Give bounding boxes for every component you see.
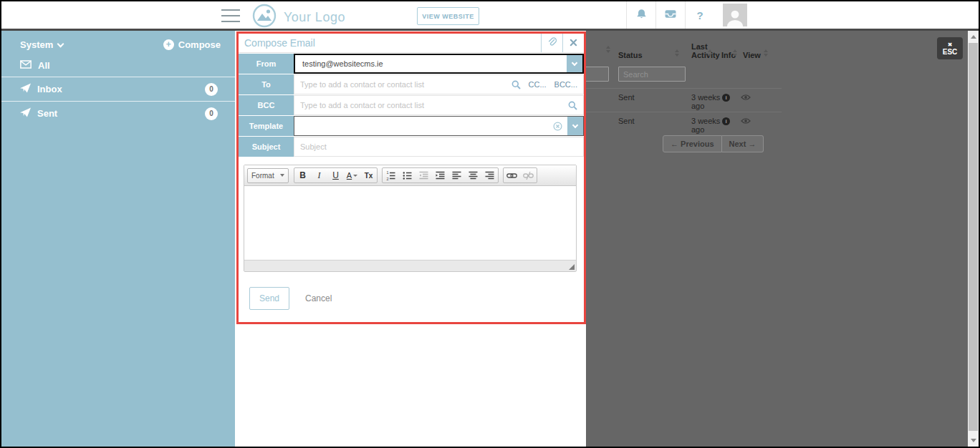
remove-link-button[interactable] [520,168,537,182]
sidebar-item-all[interactable]: All [1,54,235,77]
from-label: From [239,54,294,74]
logo-image-icon [252,4,277,31]
column-header-view[interactable]: View [743,51,761,59]
bcc-input[interactable] [300,101,561,109]
mail-sidebar: System Compose All Inb [1,31,235,447]
search-contacts-icon[interactable] [511,80,521,89]
to-row: To CC... BCC... [239,74,584,94]
eye-icon[interactable] [741,117,751,126]
header-icon-bar: ? [626,1,747,29]
table-row[interactable]: Sent 3 weeks ago [586,112,782,135]
plus-icon [163,39,174,50]
numbered-list-button[interactable]: 12 [383,168,399,182]
bold-button[interactable]: B [294,168,311,182]
info-icon[interactable] [722,94,730,102]
sort-arrows-icon[interactable] [708,49,712,57]
folder-label: All [38,60,50,71]
next-page-button[interactable]: Next → [722,135,764,152]
help-button[interactable]: ? [685,1,714,29]
paperclip-icon [547,36,557,49]
sort-arrows-icon[interactable] [764,49,768,57]
status-filter-input[interactable] [618,67,686,82]
bcc-row: BCC [239,95,584,115]
esc-button[interactable]: ✖ ESC [937,37,963,59]
subject-input[interactable] [300,142,577,151]
close-icon [570,36,577,49]
close-modal-button[interactable] [562,34,584,52]
text-color-button[interactable]: A [344,168,360,182]
template-dropdown-button[interactable] [567,117,583,135]
attach-file-button[interactable] [541,34,562,52]
from-value: testing@websitecms.ie [295,55,567,72]
scrollbar-thumb[interactable] [969,43,978,431]
editor-body[interactable] [244,186,576,260]
search-contacts-icon[interactable] [568,101,577,110]
hamburger-menu-icon[interactable] [221,9,240,22]
vertical-scrollbar [968,31,979,447]
notifications-button[interactable] [626,1,655,29]
bullet-list-button[interactable] [399,168,415,182]
insert-link-button[interactable] [504,168,520,182]
info-icon[interactable] [722,117,730,125]
cell-status: Sent [618,117,635,125]
rich-text-editor: Format B I U A Tx 12 [244,165,577,272]
resize-handle-icon[interactable] [569,264,575,270]
column-header-status[interactable]: Status [618,51,643,59]
bcc-link[interactable]: BCC... [554,80,577,89]
italic-button[interactable]: I [311,168,327,182]
scroll-up-button[interactable] [968,31,979,42]
format-dropdown[interactable]: Format [247,168,289,183]
top-header: Your Logo VIEW WEBSITE [1,1,979,31]
system-label: System [20,39,53,50]
table-row[interactable]: Sent 3 weeks ago [586,88,782,112]
inbox-tray-button[interactable] [655,1,685,29]
previous-page-button[interactable]: ← Previous [663,135,722,152]
pagination: ← Previous Next → [663,135,764,152]
from-dropdown-button[interactable] [567,55,582,72]
modal-titlebar: Compose Email [239,34,584,53]
compose-button[interactable]: Compose [163,39,221,50]
view-website-button[interactable]: VIEW WEBSITE [417,7,479,25]
send-button[interactable]: Send [249,287,289,310]
align-left-button[interactable] [448,168,465,182]
template-value [294,117,553,135]
cell-status: Sent [618,93,635,102]
template-row: Template [239,116,584,136]
dimmed-background: Status Last Activity Info View Sent 3 we… [586,31,968,447]
user-avatar[interactable] [723,4,747,26]
cancel-button[interactable]: Cancel [305,293,332,303]
eye-icon[interactable] [741,94,751,102]
envelope-icon [20,60,32,71]
format-label: Format [251,172,280,180]
sent-count-badge: 0 [205,107,218,120]
scroll-down-button[interactable] [968,435,979,446]
align-right-button[interactable] [481,168,498,182]
text-color-label: A [347,171,352,180]
align-center-button[interactable] [465,168,481,182]
to-input[interactable] [300,80,504,89]
sidebar-item-inbox[interactable]: Inbox 0 [1,77,235,101]
inbox-tray-icon [665,9,676,21]
editor-statusbar [244,260,576,271]
compose-email-modal: Compose Email [236,31,586,324]
increase-indent-button[interactable] [432,168,448,182]
from-select[interactable]: testing@websitecms.ie [294,54,584,74]
sort-arrows-icon[interactable] [606,46,610,53]
template-select[interactable] [294,116,584,136]
folder-label: Inbox [37,84,62,94]
arrow-down-icon [971,439,976,442]
clear-template-icon[interactable] [553,117,562,135]
esc-label: ESC [943,48,958,56]
remove-format-button[interactable]: Tx [360,168,377,182]
sort-arrows-icon[interactable] [733,49,737,57]
underline-button[interactable]: U [327,168,344,182]
filter-input-partial[interactable] [586,67,609,82]
cc-link[interactable]: CC... [529,80,547,89]
chevron-down-icon [572,122,578,128]
person-icon [726,8,744,26]
sidebar-item-sent[interactable]: Sent 0 [1,101,235,125]
sort-arrows-icon[interactable] [675,49,679,57]
decrease-indent-button[interactable] [415,168,432,182]
system-dropdown[interactable]: System [20,39,63,50]
arrow-up-icon [971,35,976,39]
